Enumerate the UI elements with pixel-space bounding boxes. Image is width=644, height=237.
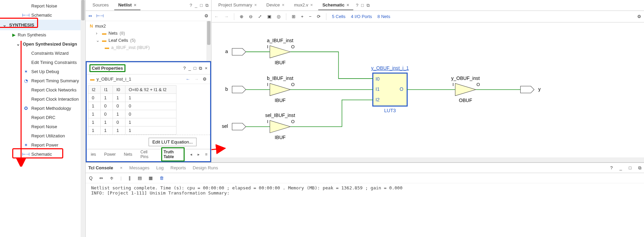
props-tab-cell-pins[interactable]: Cell Pins bbox=[139, 148, 156, 160]
help-icon[interactable]: ? bbox=[190, 3, 192, 8]
gear-icon[interactable]: ⚙ bbox=[637, 14, 641, 19]
collapse-all-icon[interactable]: ⇔ bbox=[88, 13, 92, 18]
report-clock-networks[interactable]: Report Clock Networks bbox=[0, 85, 85, 95]
tab-messages[interactable]: Messages bbox=[129, 165, 149, 170]
tab-netlist[interactable]: Netlist× bbox=[114, 0, 140, 10]
restore-icon[interactable]: ⧉ bbox=[205, 3, 208, 8]
pause-icon[interactable]: ‖ bbox=[129, 175, 131, 181]
tab-schematic[interactable]: Schematic× bbox=[318, 0, 353, 10]
props-tab-nets[interactable]: Nets bbox=[122, 151, 134, 158]
zoom-select-icon[interactable]: ▣ bbox=[267, 14, 271, 19]
gear-icon[interactable]: ⚙ bbox=[203, 77, 207, 82]
scrollbar[interactable] bbox=[206, 21, 211, 61]
nav-left-icon[interactable]: ◂ bbox=[190, 152, 192, 157]
minimize-icon[interactable]: _ bbox=[195, 3, 197, 8]
zoom-area-icon[interactable]: ◎ bbox=[277, 14, 281, 19]
a-ibuf[interactable]: a_IBUF_inst I O IBUF bbox=[267, 38, 294, 65]
close-icon[interactable]: × bbox=[310, 2, 313, 7]
stat-nets[interactable]: 8 Nets bbox=[377, 14, 390, 19]
port-y[interactable]: y bbox=[521, 86, 541, 93]
report-timing-summary[interactable]: ◔Report Timing Summary bbox=[0, 76, 85, 85]
b-ibuf[interactable]: b_IBUF_inst I O IBUF bbox=[267, 75, 294, 103]
remove-icon[interactable]: − bbox=[309, 14, 312, 19]
restore-icon[interactable]: ⧉ bbox=[199, 66, 202, 71]
report-power[interactable]: ✶Report Power bbox=[0, 140, 85, 150]
minimize-icon[interactable]: _ bbox=[188, 66, 191, 71]
minimize-icon[interactable]: _ bbox=[620, 165, 622, 170]
search-icon[interactable]: Q bbox=[89, 175, 92, 181]
sidebar-item-schematic[interactable]: ⊢⊣Schematic bbox=[0, 150, 85, 159]
run-synthesis[interactable]: ▶ Run Synthesis bbox=[0, 30, 85, 39]
stat-cells[interactable]: 5 Cells bbox=[332, 14, 345, 19]
open-synthesized-design[interactable]: ⌄ Open Synthesized Design bbox=[0, 39, 85, 49]
lut3[interactable]: y_OBUF_inst_i_1 I0 I1 I2 O LUT3 bbox=[371, 65, 409, 113]
collapse-icon[interactable]: ⇔ bbox=[99, 175, 103, 181]
clipboard-icon[interactable]: ▦ bbox=[149, 175, 153, 181]
tab-mux2v[interactable]: mux2.v× bbox=[290, 0, 317, 10]
forward-icon[interactable]: → bbox=[194, 77, 199, 82]
add-icon[interactable]: + bbox=[301, 14, 304, 19]
close-icon[interactable]: × bbox=[282, 2, 285, 7]
forward-icon[interactable]: → bbox=[224, 14, 228, 19]
tab-project-summary[interactable]: Project Summary× bbox=[214, 0, 261, 10]
maximize-icon[interactable]: □ bbox=[194, 66, 197, 71]
report-clock-interaction[interactable]: Report Clock Interaction bbox=[0, 95, 85, 104]
netlist-nets[interactable]: ›▬Nets (8) bbox=[88, 30, 208, 37]
back-icon[interactable]: ← bbox=[186, 77, 190, 82]
port-sel[interactable]: sel bbox=[222, 123, 246, 130]
netlist-leaf-item[interactable]: ▬ a_IBUF_inst (IBUF) bbox=[88, 44, 208, 51]
synthesis-header[interactable]: ⌄ SYNTHESIS bbox=[0, 20, 85, 30]
schematic-canvas[interactable]: a b sel a_IBUF_inst bbox=[211, 22, 644, 162]
gear-icon[interactable]: ⚙ bbox=[204, 13, 208, 18]
back-icon[interactable]: ← bbox=[214, 14, 219, 19]
help-icon[interactable]: ? bbox=[183, 66, 186, 71]
port-b[interactable]: b bbox=[225, 86, 246, 93]
sel-ibuf[interactable]: sel_IBUF_inst I O IBUF bbox=[265, 113, 295, 140]
schematic-icon[interactable]: ⊢⊣ bbox=[96, 13, 104, 18]
netlist-leaf-cells[interactable]: ⌄▬Leaf Cells (5) bbox=[88, 37, 208, 44]
tab-reports[interactable]: Reports bbox=[170, 165, 186, 170]
table-row[interactable]: 1101 bbox=[88, 118, 176, 126]
sidebar-item-report-noise-top[interactable]: Report Noise bbox=[0, 1, 85, 11]
expand-icon[interactable]: ⊞ bbox=[292, 14, 295, 19]
report-noise[interactable]: Report Noise bbox=[0, 122, 85, 131]
close-icon[interactable]: × bbox=[120, 165, 123, 170]
tab-tcl-console[interactable]: Tcl Console bbox=[88, 165, 113, 170]
report-utilization[interactable]: Report Utilization bbox=[0, 131, 85, 140]
obuf[interactable]: y_OBUF_inst I O OBUF bbox=[451, 75, 480, 103]
tab-sources[interactable]: Sources bbox=[88, 0, 113, 10]
tab-device[interactable]: Device× bbox=[262, 0, 288, 10]
port-a[interactable]: a bbox=[225, 48, 246, 55]
report-drc[interactable]: Report DRC bbox=[0, 113, 85, 122]
nav-right-icon[interactable]: ▸ bbox=[198, 152, 200, 157]
close-icon[interactable]: × bbox=[346, 2, 349, 7]
props-tab-power[interactable]: Power bbox=[103, 151, 117, 158]
close-icon[interactable]: × bbox=[205, 66, 207, 71]
zoom-in-icon[interactable]: ⊕ bbox=[240, 14, 243, 19]
restore-icon[interactable]: ⧉ bbox=[638, 165, 641, 171]
scroll-lock-icon[interactable]: ▤ bbox=[138, 175, 142, 181]
restore-icon[interactable]: ⧉ bbox=[367, 3, 370, 8]
constraints-wizard[interactable]: Constraints Wizard bbox=[0, 49, 85, 58]
regenerate-icon[interactable]: ⟳ bbox=[317, 14, 321, 19]
zoom-out-icon[interactable]: ⊖ bbox=[249, 14, 253, 19]
close-icon[interactable]: × bbox=[254, 2, 257, 7]
help-icon[interactable]: ? bbox=[356, 3, 358, 8]
stat-io[interactable]: 4 I/O Ports bbox=[351, 14, 372, 19]
clear-icon[interactable]: 🗑 bbox=[159, 175, 164, 181]
zoom-fit-icon[interactable]: ⤢ bbox=[258, 14, 262, 19]
sidebar-item-schematic-top[interactable]: ⊢⊣ Schematic bbox=[0, 11, 85, 20]
props-tab-truth-table[interactable]: Truth Table bbox=[161, 147, 185, 162]
scrollbar-h[interactable] bbox=[211, 157, 644, 162]
table-row[interactable]: 1010 bbox=[88, 110, 176, 118]
table-row[interactable]: 0111 bbox=[88, 94, 176, 102]
close-icon[interactable]: × bbox=[134, 2, 136, 7]
scrollbar[interactable] bbox=[81, 0, 85, 237]
tab-design-runs[interactable]: Design Runs bbox=[193, 165, 218, 170]
maximize-icon[interactable]: □ bbox=[629, 165, 631, 170]
table-row[interactable]: 1111 bbox=[88, 126, 176, 135]
tab-log[interactable]: Log bbox=[156, 165, 164, 170]
maximize-icon[interactable]: □ bbox=[200, 3, 203, 8]
menu-icon[interactable]: ≡ bbox=[205, 152, 207, 157]
report-methodology[interactable]: ✪Report Methodology bbox=[0, 104, 85, 113]
